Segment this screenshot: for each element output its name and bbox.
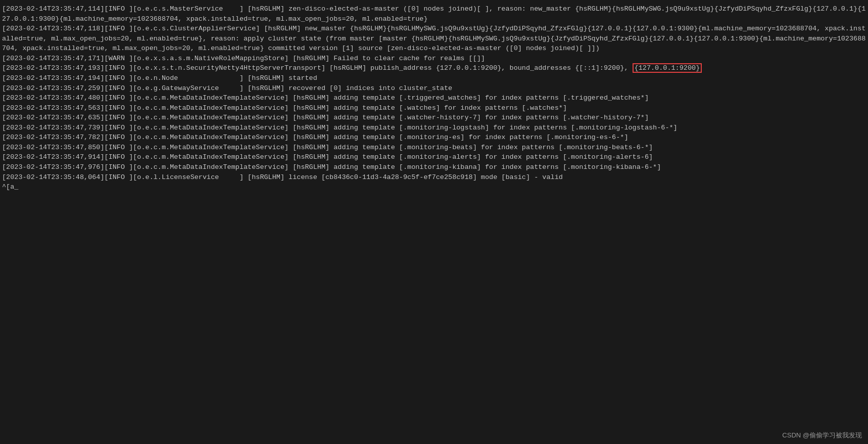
log-line: [2023-02-14T23:35:47,563][INFO ][o.e.c.m… [2, 103, 866, 113]
watermark: CSDN @偷偷学习被我发现 [782, 431, 862, 440]
log-line: [2023-02-14T23:35:47,194][INFO ][o.e.n.N… [2, 73, 866, 83]
log-line: ^[a_ [2, 182, 866, 192]
log-line: [2023-02-14T23:35:47,850][INFO ][o.e.c.m… [2, 143, 866, 153]
log-container: [2023-02-14T23:35:47,114][INFO ][o.e.c.s… [2, 4, 866, 192]
highlighted-address: {127.0.0.1:9200} [633, 63, 702, 73]
log-line: [2023-02-14T23:35:47,782][INFO ][o.e.c.m… [2, 132, 866, 143]
log-line: [2023-02-14T23:35:47,118][INFO ][o.e.c.s… [2, 24, 866, 54]
log-line: [2023-02-14T23:35:47,259][INFO ][o.e.g.G… [2, 83, 866, 94]
log-line: [2023-02-14T23:35:47,171][WARN ][o.e.x.s… [2, 54, 866, 64]
log-line: [2023-02-14T23:35:47,914][INFO ][o.e.c.m… [2, 152, 866, 162]
log-line: [2023-02-14T23:35:47,635][INFO ][o.e.c.m… [2, 113, 866, 123]
log-line: [2023-02-14T23:35:47,193][INFO ][o.e.x.s… [2, 63, 866, 73]
log-line: [2023-02-14T23:35:47,739][INFO ][o.e.c.m… [2, 123, 866, 133]
log-line: [2023-02-14T23:35:48,064][INFO ][o.e.l.L… [2, 172, 866, 183]
log-line: [2023-02-14T23:35:47,114][INFO ][o.e.c.s… [2, 4, 866, 24]
log-line: [2023-02-14T23:35:47,976][INFO ][o.e.c.m… [2, 162, 866, 172]
terminal-window: [2023-02-14T23:35:47,114][INFO ][o.e.c.s… [0, 0, 868, 444]
log-line: [2023-02-14T23:35:47,480][INFO ][o.e.c.m… [2, 93, 866, 103]
